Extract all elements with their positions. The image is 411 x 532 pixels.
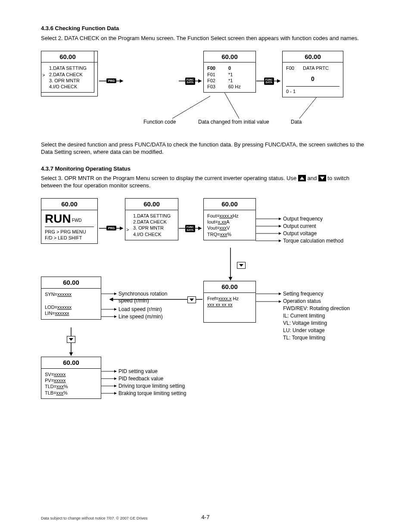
screen-opr-3: 60.00 SYN=xxxxxx LOD=xxxxxx LIN=xxxxxx [41,277,101,319]
svg-line-5 [299,96,318,118]
screen-data-setting: 60.00 F00DATA PRTC 0 0 - 1 [282,51,343,97]
func-data-button: FUNCDATA [185,78,195,85]
heading-436: 4.3.6 Checking Function Data [41,25,370,32]
diagram-436: 60.00 RUNFWD PRG > PRG MENU F/D > LED SH… [41,51,370,137]
caption-data: Data [291,119,302,126]
func-data-button-2: FUNCDATA [264,78,274,85]
screen-func-select: 60.00 F000 F01*1 F02*1 F0360 Hz [203,51,256,93]
screen-opr-1: 60.00 Fout=xxxx.xHz Iout=x.xxA Vout=xxxV… [203,198,256,240]
caption-function-code: Function code [143,119,176,126]
intro-436: Select 2. DATA CHECK on the Program Menu… [41,35,370,42]
screen-run-2: 60.00 RUNFWD PRG > PRG MENU F/D > LED SH… [41,198,98,244]
svg-line-4 [224,92,239,118]
prg-button-2: PRG [106,226,116,230]
para-436-2: Select the desired function and press FU… [41,141,370,156]
screen-opr-2: 60.00 Fref=xxxx.x Hz xxx xx xx xx [203,281,256,323]
screen-menu-2: 60.00 1.DATA SETTING 2.DATA CHECK > 3. O… [125,198,178,240]
heading-437: 4.3.7 Monitoring Operating Status [41,165,370,173]
down-button-2 [187,296,196,303]
svg-line-3 [172,96,210,118]
intro-437: Select 3. OPR MNTR on the Program Menu s… [41,175,370,190]
diagram-437: 60.00 RUNFWD PRG > PRG MENU F/D > LED SH… [41,198,370,422]
prg-button: PRG [106,78,116,83]
screen-menu: 60.00 1.DATA SETTING 2.DATA CHECK > 3. O… [41,51,94,93]
screen-opr-4: 60.00 SV=xxxxx PV=xxxxx TLD=xxx% TLB=xxx… [41,357,101,399]
down-arrow-icon [318,175,326,181]
down-button-1 [237,262,246,269]
func-data-button-3: FUNCDATA [185,225,195,232]
caption-data-changed: Data changed from initial value [198,119,269,126]
down-button-3 [67,336,75,343]
up-arrow-icon [298,175,306,181]
